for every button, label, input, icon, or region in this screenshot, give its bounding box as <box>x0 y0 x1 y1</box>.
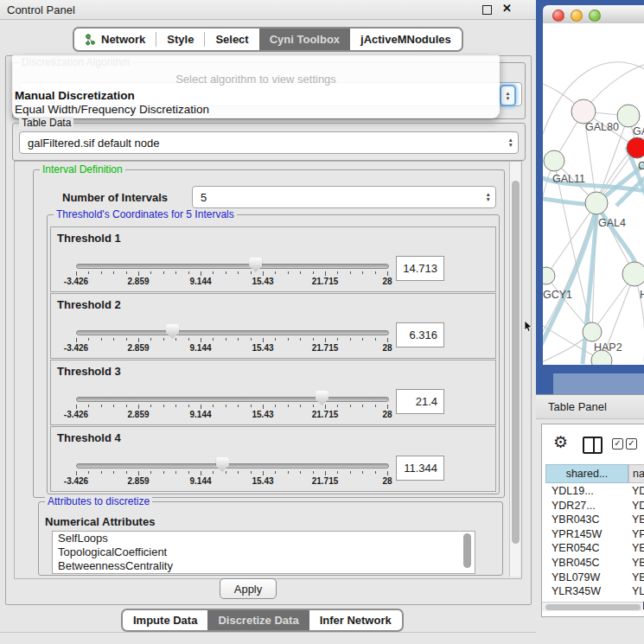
table-column-header[interactable]: na <box>628 464 644 483</box>
table-cell[interactable]: YER054C <box>552 542 600 554</box>
network-edge-thick[interactable] <box>597 206 635 263</box>
settings-gear-icon[interactable]: ⚙ <box>553 432 568 452</box>
network-canvas[interactable]: GAL80GACGAL11GAL4GCY1HHAP2 <box>543 23 644 365</box>
table-cell[interactable]: YDL1 <box>632 485 644 497</box>
table-cell[interactable]: YBL0 <box>632 571 644 583</box>
table-cell[interactable]: YER0 <box>632 542 644 554</box>
table-cell[interactable]: YLR345W <box>552 585 601 597</box>
table-column-header[interactable]: shared... <box>545 464 628 483</box>
dropdown-option-manual[interactable]: Manual Discretization <box>15 89 135 102</box>
tab-network[interactable]: Network <box>74 29 156 50</box>
dropdown-option-equal-width[interactable]: Equal Width/Frequency Discretization <box>15 103 209 116</box>
interval-definition-title: Interval Definition <box>40 163 125 175</box>
apply-button[interactable]: Apply <box>220 578 277 599</box>
tab-cyni-toolbox[interactable]: Cyni Toolbox <box>259 29 350 50</box>
tab-impute-data[interactable]: Impute Data <box>123 610 207 630</box>
table-cell[interactable]: YDR27... <box>552 500 596 512</box>
slider-tick <box>238 405 239 407</box>
table-data-combobox[interactable]: galFiltered.sif default node ▲▼ <box>19 131 519 154</box>
table-cell[interactable]: YLR3 <box>632 585 644 597</box>
slider-tick-label: 15.43 <box>252 277 273 286</box>
slider-tick <box>337 271 338 274</box>
mac-close-icon[interactable] <box>552 10 564 22</box>
threshold-slider-track[interactable] <box>76 463 389 469</box>
tab-infer-network[interactable]: Infer Network <box>309 610 402 630</box>
table-horizontal-scrollbar[interactable] <box>542 602 643 611</box>
algorithm-combobox-stepper[interactable]: ▲ ▼ <box>500 85 516 106</box>
mac-zoom-icon[interactable] <box>589 10 601 22</box>
columns-icon[interactable] <box>583 437 603 454</box>
attributes-list-scrollbar-thumb[interactable] <box>463 533 471 568</box>
slider-tick <box>76 338 77 342</box>
tab-jactivemnodules[interactable]: jActiveMNodules <box>350 29 462 50</box>
float-window-icon[interactable] <box>482 5 492 15</box>
table-cell[interactable]: YPR1 <box>632 528 644 540</box>
network-node-label: GAL80 <box>585 121 619 133</box>
tab-label: Network <box>101 33 145 46</box>
attribute-list-item[interactable]: TopologicalCoefficient <box>53 545 475 559</box>
table-cell[interactable]: YBR0 <box>632 557 644 569</box>
threshold-label: Threshold 3 <box>57 365 121 378</box>
slider-tick <box>251 471 252 474</box>
threshold-value-field[interactable]: 11.344 <box>396 456 444 481</box>
algorithm-placeholder: Select algorithm to view settings <box>12 73 500 86</box>
slider-tick <box>113 271 114 274</box>
slider-tick <box>226 405 226 407</box>
network-node-gcy1[interactable] <box>543 267 555 284</box>
num-intervals-combobox[interactable]: 5 ▲▼ <box>192 186 496 208</box>
mac-minimize-icon[interactable] <box>571 10 583 22</box>
algorithm-dropdown-popup: Select algorithm to view settings Manual… <box>12 55 500 118</box>
close-icon[interactable]: ✕ <box>502 2 512 15</box>
checkbox-checked-icon[interactable]: ✓ <box>612 438 623 450</box>
network-node-h[interactable] <box>622 262 644 286</box>
table-cell[interactable]: YBR043C <box>552 513 600 526</box>
network-node-c[interactable] <box>627 137 644 158</box>
table-cell[interactable]: YBL079W <box>552 571 600 583</box>
network-node-gal4[interactable] <box>585 192 608 214</box>
vertical-scrollbar[interactable] <box>509 162 520 577</box>
table-cell[interactable]: YDR2 <box>632 500 644 512</box>
table-cell[interactable]: YBR0 <box>632 513 644 526</box>
slider-tick <box>150 471 151 474</box>
slider-tick-label: -3.426 <box>64 343 88 353</box>
slider-tick <box>126 405 127 407</box>
slider-tick <box>337 471 338 474</box>
network-node-gal80[interactable] <box>571 99 596 124</box>
threshold-value-field[interactable]: 6.316 <box>396 322 444 348</box>
threshold-slider-track[interactable] <box>76 330 389 335</box>
network-edge[interactable] <box>634 274 644 361</box>
slider-tick <box>387 271 388 276</box>
vertical-scrollbar-thumb[interactable] <box>512 181 520 544</box>
tab-select[interactable]: Select <box>205 29 258 50</box>
network-node-ga[interactable] <box>617 105 640 127</box>
slider-tick <box>350 405 351 407</box>
threshold-value-field[interactable]: 14.713 <box>396 256 444 281</box>
slider-tick <box>387 338 388 342</box>
slider-tick <box>313 338 314 341</box>
table-cell[interactable]: YPR145W <box>552 528 602 540</box>
slider-tick <box>387 471 388 475</box>
network-node-label: H <box>640 289 644 301</box>
slider-tick <box>88 405 89 407</box>
table-cell[interactable]: YDL19... <box>552 485 594 497</box>
slider-tick <box>300 405 301 407</box>
threshold-slider-track[interactable] <box>76 397 389 402</box>
attribute-list-item[interactable]: SelfLoops <box>53 532 475 545</box>
bottom-mode-tabs: Impute DataDiscretize DataInfer Network <box>121 609 404 632</box>
control-panel-title: Control Panel <box>7 3 75 16</box>
numerical-attributes-list[interactable]: SelfLoopsTopologicalCoefficientBetweenne… <box>52 531 475 574</box>
tab-style[interactable]: Style <box>156 29 204 50</box>
network-node-hap2[interactable] <box>583 322 602 341</box>
slider-tick <box>362 471 363 474</box>
slider-tick <box>337 405 338 407</box>
table-horizontal-scrollbar-thumb[interactable] <box>545 604 641 610</box>
attribute-list-item[interactable]: BetweennessCentrality <box>53 559 475 573</box>
threshold-value-field[interactable]: 21.4 <box>396 389 444 414</box>
table-cell[interactable]: YBR045C <box>552 557 600 569</box>
slider-tick <box>163 271 164 274</box>
network-node-gal11[interactable] <box>544 150 564 171</box>
checkbox-checked-icon[interactable]: ✓ <box>626 438 637 450</box>
attributes-list-scrollbar[interactable] <box>463 532 472 571</box>
threshold-slider-track[interactable] <box>76 264 389 269</box>
tab-discretize-data[interactable]: Discretize Data <box>207 610 309 630</box>
